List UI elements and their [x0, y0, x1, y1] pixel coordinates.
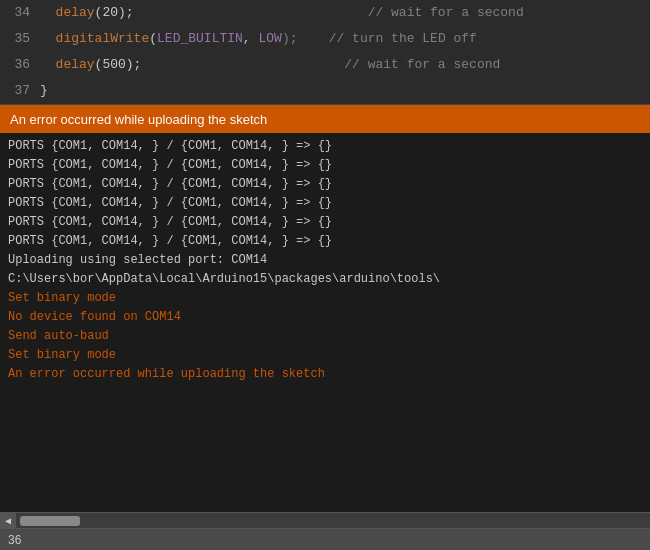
console-line: Set binary mode: [8, 289, 642, 308]
main-container: 34 delay(20); // wait for a second35 dig…: [0, 0, 650, 550]
console-line: An error occurred while uploading the sk…: [8, 365, 642, 384]
line-number: 36: [0, 52, 40, 78]
line-number-display: 36: [8, 533, 21, 547]
error-header-text: An error occurred while uploading the sk…: [10, 112, 267, 127]
code-editor: 34 delay(20); // wait for a second35 dig…: [0, 0, 650, 105]
line-content: }: [40, 78, 650, 104]
horizontal-scrollbar[interactable]: ◀: [0, 512, 650, 528]
code-line: 35 digitalWrite(LED_BUILTIN, LOW); // tu…: [0, 26, 650, 52]
console-line: PORTS {COM1, COM14, } / {COM1, COM14, } …: [8, 213, 642, 232]
line-content: delay(20); // wait for a second: [40, 0, 650, 26]
console-line: C:\Users\bor\AppData\Local\Arduino15\pac…: [8, 270, 642, 289]
console-line: PORTS {COM1, COM14, } / {COM1, COM14, } …: [8, 137, 642, 156]
console-line: PORTS {COM1, COM14, } / {COM1, COM14, } …: [8, 175, 642, 194]
console-area: An error occurred while uploading the sk…: [0, 105, 650, 512]
error-header: An error occurred while uploading the sk…: [0, 105, 650, 133]
console-line: No device found on COM14: [8, 308, 642, 327]
status-bar: 36: [0, 528, 650, 550]
console-output: PORTS {COM1, COM14, } / {COM1, COM14, } …: [0, 133, 650, 388]
line-number: 34: [0, 0, 40, 26]
code-line: 36 delay(500); // wait for a second: [0, 52, 650, 78]
line-number: 37: [0, 78, 40, 104]
scrollbar-thumb[interactable]: [20, 516, 80, 526]
console-line: Uploading using selected port: COM14: [8, 251, 642, 270]
console-line: Send auto-baud: [8, 327, 642, 346]
code-line: 34 delay(20); // wait for a second: [0, 0, 650, 26]
console-line: PORTS {COM1, COM14, } / {COM1, COM14, } …: [8, 156, 642, 175]
code-line: 37}: [0, 78, 650, 104]
console-line: Set binary mode: [8, 346, 642, 365]
console-line: PORTS {COM1, COM14, } / {COM1, COM14, } …: [8, 232, 642, 251]
line-content: digitalWrite(LED_BUILTIN, LOW); // turn …: [40, 26, 650, 52]
scroll-left-arrow[interactable]: ◀: [0, 513, 16, 529]
console-line: PORTS {COM1, COM14, } / {COM1, COM14, } …: [8, 194, 642, 213]
line-content: delay(500); // wait for a second: [40, 52, 650, 78]
line-number: 35: [0, 26, 40, 52]
